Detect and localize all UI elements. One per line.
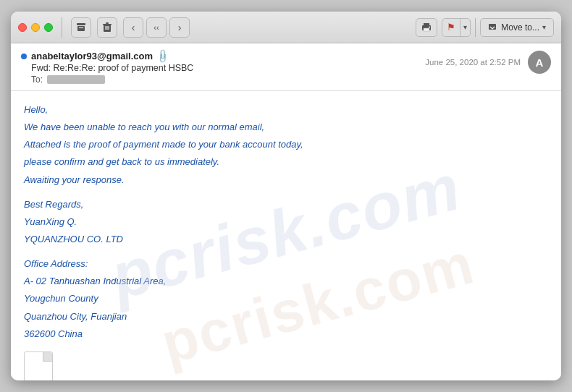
svg-rect-10 — [424, 23, 429, 26]
back-back-button[interactable]: ‹‹ — [146, 17, 167, 38]
nav-buttons: ‹ ‹‹ › — [123, 17, 190, 38]
email-date: June 25, 2020 at 2:52 PM — [425, 58, 521, 67]
email-header: anabeltaylor93@gmail.com 📎 Fwd: Re:Re:Re… — [11, 43, 561, 91]
email-header-top: anabeltaylor93@gmail.com 📎 Fwd: Re:Re:Re… — [21, 51, 551, 85]
mail-window: ‹ ‹‹ › ⚑ ▾ — [11, 12, 561, 380]
spacer1 — [24, 190, 548, 197]
body-sign4: Office Address: — [24, 257, 548, 271]
forward-icon: › — [178, 22, 182, 33]
move-to-arrow: ▾ — [542, 23, 546, 31]
separator2 — [475, 18, 476, 37]
move-to-button[interactable]: Move to... ▾ — [480, 18, 554, 37]
to-line: To: — [31, 74, 193, 85]
svg-rect-1 — [77, 26, 85, 31]
body-sign2: YuanXing Q. — [24, 215, 548, 229]
flag-icon: ⚑ — [442, 22, 460, 33]
body-sign1: Best Regards, — [24, 197, 548, 212]
separator — [62, 17, 62, 38]
toolbar-right: ⚑ ▾ Move to... ▾ — [416, 18, 554, 37]
sender-email: anabeltaylor93@gmail.com — [31, 51, 153, 61]
flag-button[interactable]: ⚑ ▾ — [442, 18, 471, 37]
to-label: To: — [31, 74, 43, 85]
body-line3: please confirm and get back to us immedi… — [24, 155, 548, 169]
sender-avatar: A — [528, 51, 551, 74]
svg-rect-2 — [79, 27, 83, 28]
back-back-icon: ‹‹ — [153, 23, 159, 32]
svg-rect-11 — [424, 28, 429, 31]
attachment-area[interactable]: proof of payme...BC.doc — [24, 351, 548, 380]
unread-indicator — [21, 54, 27, 59]
body-sign8: 362600 China — [24, 327, 548, 341]
svg-rect-4 — [103, 24, 112, 25]
body-line2: Attached is the proof of payment made to… — [24, 137, 548, 152]
attachment-indicator-icon: 📎 — [155, 48, 171, 64]
body-line4: Awaiting your response. — [24, 173, 548, 187]
body-line1: We have been unable to reach you with ou… — [24, 120, 548, 135]
maximize-button[interactable] — [44, 23, 53, 32]
body-greeting: Hello, — [24, 103, 548, 117]
minimize-button[interactable] — [31, 23, 40, 32]
print-button[interactable] — [416, 18, 437, 37]
header-meta: June 25, 2020 at 2:52 PM A — [425, 51, 551, 74]
sender-row: anabeltaylor93@gmail.com 📎 — [21, 51, 193, 61]
svg-point-12 — [429, 26, 430, 27]
email-subject: Fwd: Re:Re:Re: proof of payment HSBC — [31, 63, 193, 73]
body-sign7: Quanzhou City, Fuanjian — [24, 310, 548, 324]
trash-button[interactable] — [97, 17, 117, 38]
move-to-label: Move to... — [501, 22, 539, 33]
svg-rect-7 — [107, 26, 108, 30]
svg-rect-8 — [109, 26, 109, 30]
titlebar: ‹ ‹‹ › ⚑ ▾ — [11, 12, 561, 43]
svg-rect-6 — [106, 26, 106, 30]
body-sign3: YQUANZHOU CO. LTD — [24, 232, 548, 247]
archive-button[interactable] — [71, 17, 91, 38]
back-button[interactable]: ‹ — [123, 17, 143, 38]
forward-button[interactable]: › — [169, 17, 190, 38]
to-recipient-redacted — [47, 75, 105, 84]
sender-info: anabeltaylor93@gmail.com 📎 Fwd: Re:Re:Re… — [21, 51, 193, 85]
spacer2 — [24, 250, 548, 257]
email-body: pcrisk.com pcrisk.com Hello, We have bee… — [11, 91, 561, 380]
avatar-letter: A — [536, 56, 544, 69]
body-sign6: Yougchun County — [24, 291, 548, 306]
body-sign5: A- 02 Tanhuashan Industrial Area, — [24, 274, 548, 289]
flag-dropdown-arrow: ▾ — [460, 19, 470, 36]
close-button[interactable] — [18, 23, 27, 32]
svg-rect-5 — [106, 22, 109, 24]
back-icon: ‹ — [132, 22, 135, 33]
attachment-file-icon — [24, 351, 53, 380]
svg-rect-0 — [77, 23, 85, 25]
traffic-lights — [18, 23, 53, 32]
